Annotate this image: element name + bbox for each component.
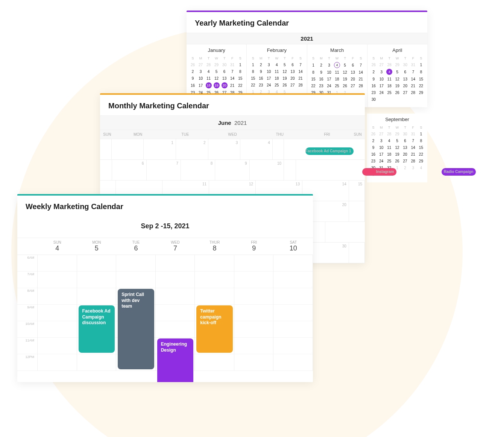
mini-day-cell[interactable]: 5 [393, 68, 401, 76]
weekly-day-header[interactable]: SUN4 [38, 240, 77, 252]
weekly-day-header[interactable]: THUR8 [195, 240, 234, 252]
mini-day-cell[interactable]: 28 [357, 82, 365, 89]
weekly-slot[interactable] [234, 255, 273, 272]
mini-day-cell[interactable]: 28 [386, 61, 393, 68]
mini-day-cell[interactable]: 11 [205, 75, 213, 82]
weekly-slot[interactable] [38, 321, 77, 338]
mini-month-april[interactable]: AprilSMTWTFS2627282930311234567891011121… [367, 44, 427, 107]
mini-day-cell[interactable]: 30 [401, 130, 409, 137]
mini-day-cell[interactable]: 9 [369, 144, 377, 151]
mini-day-cell[interactable]: 13 [288, 68, 296, 75]
mini-day-cell[interactable]: 31 [409, 61, 417, 68]
weekly-slot[interactable] [273, 272, 313, 288]
mini-day-cell[interactable]: 6 [220, 68, 228, 75]
monthly-day-cell[interactable]: 15 [349, 181, 365, 201]
mini-day-cell[interactable]: 27 [401, 89, 409, 96]
monthly-day-cell[interactable]: 3 [208, 139, 241, 159]
monthly-day-cell[interactable]: 2 [176, 139, 208, 159]
weekly-slot[interactable] [195, 272, 234, 288]
mini-day-cell[interactable]: 21 [409, 151, 417, 158]
weekly-event-block[interactable]: Sprint Call with dev team [118, 289, 154, 369]
weekly-slot[interactable] [195, 354, 234, 371]
mini-day-cell[interactable] [409, 96, 417, 103]
weekly-slot[interactable] [273, 338, 313, 354]
mini-day-cell[interactable]: 9 [189, 75, 197, 82]
mini-day-cell[interactable]: 22 [236, 82, 244, 89]
mini-day-cell[interactable]: 25 [386, 89, 393, 96]
mini-day-cell[interactable]: 18 [386, 82, 393, 89]
mini-day-cell[interactable]: 4 [333, 61, 341, 69]
mini-day-cell[interactable]: 11 [386, 76, 393, 82]
mini-day-cell[interactable]: 4 [386, 68, 393, 76]
mini-day-cell[interactable]: 8 [236, 68, 244, 75]
mini-day-cell[interactable]: 29 [393, 61, 401, 68]
weekly-slot[interactable] [234, 272, 273, 288]
mini-day-cell[interactable]: 13 [349, 69, 357, 76]
weekly-slot[interactable] [156, 272, 195, 288]
mini-day-cell[interactable] [417, 96, 425, 103]
mini-day-cell[interactable]: 15 [236, 75, 244, 82]
weekly-slot[interactable] [116, 255, 155, 272]
weekly-event-block[interactable]: Engineering Design [157, 338, 194, 382]
mini-day-cell[interactable]: 18 [333, 76, 341, 82]
mini-day-cell[interactable]: 5 [341, 61, 349, 69]
monthly-event-bar[interactable]: Facebook Ad Campaign 1 [305, 147, 354, 155]
weekly-slot[interactable] [77, 255, 116, 272]
mini-day-cell[interactable] [409, 171, 417, 178]
mini-day-cell[interactable]: 9 [257, 68, 265, 75]
mini-day-cell[interactable]: 26 [281, 82, 288, 88]
mini-day-cell[interactable]: 19 [393, 82, 401, 89]
mini-day-cell[interactable]: 4 [417, 164, 425, 171]
weekly-day-header[interactable]: FRI9 [234, 240, 274, 252]
mini-day-cell[interactable]: 5 [281, 61, 288, 68]
mini-day-cell[interactable]: 1 [417, 130, 425, 137]
mini-day-cell[interactable]: 13 [220, 75, 228, 82]
weekly-slot[interactable] [77, 354, 116, 371]
weekly-slot[interactable] [234, 354, 273, 371]
mini-day-cell[interactable]: 17 [378, 82, 386, 89]
weekly-slot[interactable] [156, 305, 195, 321]
weekly-day-header[interactable]: WED7 [156, 240, 195, 252]
mini-day-cell[interactable]: 19 [281, 75, 288, 82]
mini-day-cell[interactable]: 27 [377, 130, 385, 137]
mini-day-cell[interactable]: 18 [273, 75, 281, 82]
mini-day-cell[interactable]: 19 [213, 82, 220, 89]
monthly-day-cell[interactable]: 1 [144, 139, 176, 159]
mini-day-cell[interactable]: 21 [409, 82, 417, 89]
monthly-day-cell[interactable]: 9 [215, 160, 249, 180]
mini-day-cell[interactable]: 10 [378, 76, 386, 82]
mini-day-cell[interactable]: 5 [213, 68, 220, 75]
monthly-day-cell[interactable] [284, 160, 296, 180]
mini-day-cell[interactable]: 18 [205, 82, 213, 89]
mini-day-cell[interactable]: 16 [189, 82, 197, 89]
mini-day-cell[interactable]: 19 [393, 151, 401, 158]
mini-day-cell[interactable]: 26 [189, 61, 197, 68]
mini-day-cell[interactable]: 14 [409, 144, 417, 151]
mini-day-cell[interactable] [401, 171, 409, 178]
mini-day-cell[interactable] [378, 96, 386, 103]
weekly-slot[interactable] [273, 288, 313, 305]
weekly-event-block[interactable]: Twitter campaign kick-off [196, 305, 233, 353]
mini-day-cell[interactable]: 15 [417, 144, 425, 151]
mini-day-cell[interactable]: 27 [349, 82, 357, 89]
weekly-slot[interactable] [156, 321, 195, 338]
mini-day-cell[interactable]: 27 [197, 61, 205, 68]
weekly-event-block[interactable]: Facebook Ad Campaign discussion [79, 305, 115, 353]
mini-day-cell[interactable]: 22 [417, 151, 425, 158]
mini-day-cell[interactable]: 24 [325, 82, 333, 89]
monthly-event-bar[interactable]: Instagram [362, 168, 396, 176]
mini-day-cell[interactable]: 15 [417, 76, 425, 82]
mini-day-cell[interactable]: 13 [401, 144, 409, 151]
weekly-slot[interactable] [38, 288, 77, 305]
mini-day-cell[interactable] [386, 96, 393, 103]
mini-day-cell[interactable]: 14 [228, 75, 236, 82]
mini-day-cell[interactable]: 20 [288, 75, 296, 82]
weekly-day-header[interactable]: TUE6 [116, 240, 156, 252]
weekly-slot[interactable] [38, 272, 77, 288]
mini-day-cell[interactable]: 3 [409, 164, 417, 171]
mini-day-cell[interactable]: 21 [296, 75, 304, 82]
mini-day-cell[interactable]: 31 [228, 61, 236, 68]
monthly-day-cell[interactable] [349, 201, 365, 222]
mini-day-cell[interactable]: 16 [369, 151, 377, 158]
highlight-day-dot[interactable]: 18 [206, 82, 212, 88]
